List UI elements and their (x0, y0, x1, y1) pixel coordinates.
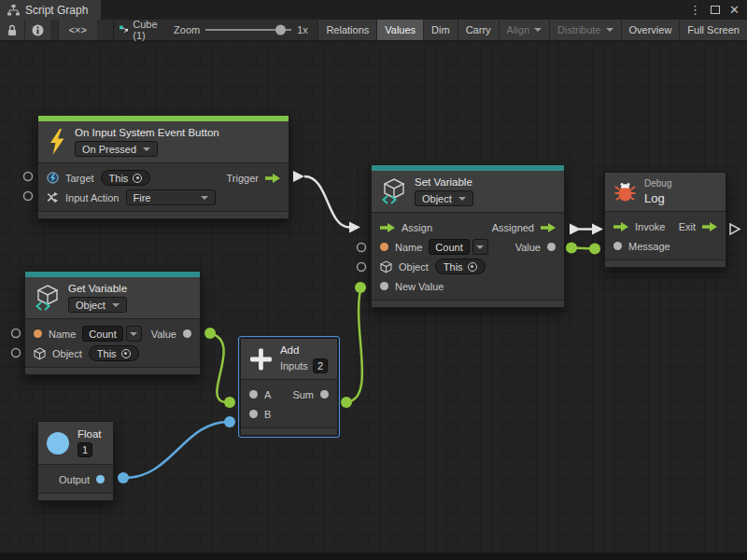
port-row-object: Object This (25, 343, 200, 363)
window-controls: ⋮ ✕ (689, 0, 747, 20)
node-title: Log (644, 191, 665, 205)
port-row-new-value: New Value (372, 276, 564, 296)
lock-icon (7, 24, 18, 36)
trigger-output-port[interactable] (265, 174, 280, 183)
port-row-target: Target This Trigger (38, 168, 289, 188)
zoom-slider[interactable] (205, 20, 291, 40)
dim-button[interactable]: Dim (423, 20, 458, 40)
object-field[interactable]: This (89, 345, 139, 361)
cube-icon (34, 347, 46, 360)
value-output-port[interactable] (547, 243, 556, 251)
variable-scope-dropdown[interactable]: Object (415, 190, 473, 206)
port-row-name: Name Count Value (372, 237, 564, 257)
node-add[interactable]: Add Inputs 2 A Sum (240, 338, 338, 436)
info-button[interactable] (24, 20, 50, 40)
chevron-down-icon (458, 197, 466, 201)
chevron-down-icon[interactable] (472, 239, 488, 255)
input-action-dropdown[interactable]: Fire (126, 189, 216, 205)
port-row-invoke: Invoke Exit (605, 217, 726, 236)
name-input-port[interactable] (380, 243, 388, 251)
chevron-down-icon[interactable] (126, 326, 142, 342)
script-graph-asset-icon (120, 24, 129, 35)
sum-output-port[interactable] (320, 390, 329, 399)
chevron-down-icon (606, 28, 613, 32)
object-picker-icon[interactable] (468, 262, 477, 272)
zoom-slider-handle[interactable] (275, 25, 286, 35)
info-icon (32, 24, 44, 36)
tab-script-graph[interactable]: Script Graph (0, 0, 101, 20)
node-footer (241, 427, 337, 435)
exit-output-port[interactable] (702, 222, 717, 231)
chevron-down-icon (534, 28, 542, 32)
trigger-label: Trigger (227, 173, 259, 184)
close-icon[interactable]: ✕ (729, 4, 740, 16)
node-get-variable[interactable]: Get Variable Object Name Count Value (24, 271, 201, 375)
input-system-icon (47, 172, 59, 184)
overview-button[interactable]: Overview (621, 20, 680, 40)
zoom-label: Zoom (168, 20, 205, 40)
object-picker-icon[interactable] (133, 174, 142, 183)
target-object-field[interactable]: This (101, 170, 151, 186)
bug-icon (614, 182, 636, 202)
chevron-down-icon (112, 303, 120, 307)
chevron-down-icon (143, 147, 150, 151)
message-input-port[interactable] (613, 242, 622, 250)
values-button[interactable]: Values (376, 20, 423, 40)
assign-input-port[interactable] (380, 223, 395, 232)
graph-target[interactable]: Cube (1) (114, 20, 169, 40)
variable-name-dropdown[interactable]: Count (429, 239, 487, 255)
node-float-literal[interactable]: Float 1 Output (37, 421, 114, 501)
node-title: Add (280, 344, 299, 356)
node-footer (372, 300, 564, 307)
window-tab-bar: Script Graph ⋮ ✕ (0, 0, 747, 20)
variable-cube-icon (381, 177, 406, 205)
zoom-value: 1x (291, 20, 314, 40)
port-row-b: B (241, 404, 337, 424)
align-button[interactable]: Align (499, 20, 549, 40)
lock-button[interactable] (0, 20, 24, 40)
new-value-input-port[interactable] (380, 282, 388, 290)
node-set-variable[interactable]: Set Variable Object Assign Assigned (371, 164, 565, 308)
object-field[interactable]: This (435, 259, 486, 274)
input-action-icon (47, 191, 59, 203)
node-footer (605, 259, 726, 267)
window-bottom-edge (0, 553, 747, 560)
node-category: Debug (644, 178, 671, 189)
node-title: Get Variable (68, 283, 127, 294)
code-preview-button[interactable]: <×> (58, 20, 97, 40)
float-output-port[interactable] (96, 475, 105, 483)
event-mode-dropdown[interactable]: On Pressed (75, 141, 158, 157)
invoke-input-port[interactable] (613, 222, 628, 231)
port-row-input-action: Input Action Fire (38, 188, 289, 207)
name-input-port[interactable] (34, 329, 42, 338)
port-row-name: Name Count Value (25, 324, 200, 343)
node-on-input-system-event-button[interactable]: On Input System Event Button On Pressed … (37, 115, 289, 219)
full-screen-button[interactable]: Full Screen (679, 20, 747, 40)
value-output-port[interactable] (183, 329, 191, 338)
lightning-bolt-icon (48, 129, 66, 155)
variable-cube-icon (35, 284, 60, 312)
plus-icon (250, 348, 272, 371)
variable-scope-dropdown[interactable]: Object (68, 297, 127, 313)
distribute-button[interactable]: Distribute (549, 20, 620, 40)
maximize-icon[interactable] (711, 6, 720, 14)
node-footer (38, 211, 289, 218)
object-picker-icon[interactable] (121, 349, 131, 358)
carry-button[interactable]: Carry (458, 20, 499, 40)
a-input-port[interactable] (249, 390, 258, 399)
variable-name-dropdown[interactable]: Count (82, 326, 141, 342)
relations-button[interactable]: Relations (317, 20, 376, 40)
port-row-output: Output (38, 469, 113, 489)
float-value-field[interactable]: 1 (78, 442, 92, 457)
menu-icon[interactable]: ⋮ (689, 4, 701, 16)
inputs-count-field[interactable]: 2 (313, 358, 328, 373)
script-graph-window: On Input System Event Button On Pressed … (0, 0, 747, 560)
port-row-message: Message (605, 236, 726, 256)
assigned-output-port[interactable] (541, 223, 556, 232)
graph-toolbar: <×> Cube (1) Zoom 1x Relations Values Di… (0, 20, 747, 41)
node-footer (25, 367, 200, 374)
b-input-port[interactable] (249, 410, 258, 418)
selection-outline: Add Inputs 2 A Sum (238, 336, 340, 438)
node-footer (38, 493, 113, 500)
node-debug-log[interactable]: Debug Log Invoke Exit Message (604, 172, 726, 268)
